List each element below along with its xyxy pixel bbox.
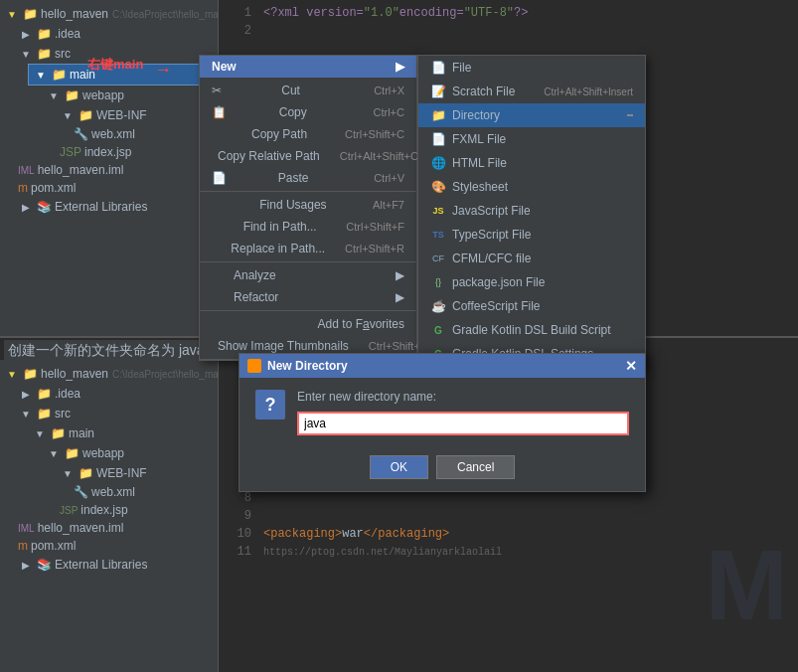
b-iml-file[interactable]: IML hello_maven.iml	[14, 519, 218, 537]
copypath-shortcut: Ctrl+Shift+C	[345, 128, 404, 140]
dialog-question-icon: ?	[255, 390, 285, 420]
b-pom-file[interactable]: m pom.xml	[14, 537, 218, 555]
submenu-gradle-build[interactable]: G Gradle Kotlin DSL Build Script	[418, 318, 645, 342]
submenu-packagejson-label: package.json File	[452, 275, 545, 289]
iml-label: hello_maven.iml	[38, 163, 124, 177]
submenu-fxml[interactable]: 📄 FXML File	[418, 127, 645, 151]
submenu-ts[interactable]: TS TypeScript File	[418, 223, 645, 247]
b-external-libs[interactable]: ▶ 📚 External Libraries	[14, 555, 218, 575]
submenu-scratch-label: Scratch File	[452, 84, 515, 98]
copy-label: Copy	[279, 105, 307, 119]
menu-find-path[interactable]: Find in Path... Ctrl+Shift+F	[200, 216, 416, 238]
menu-new-header[interactable]: New ▶	[200, 56, 416, 78]
copypath-label: Copy Path	[251, 127, 307, 141]
iml-file[interactable]: IML hello_maven.iml	[14, 161, 218, 179]
cut-label: Cut	[281, 84, 300, 97]
b-idea-folder[interactable]: ▶ 📁 .idea	[14, 384, 218, 404]
line-num-1: 1	[227, 4, 251, 22]
webapp-folder[interactable]: ▼ 📁 webapp	[42, 85, 218, 105]
b-indexjsp-file[interactable]: JSP index.jsp	[56, 501, 218, 519]
dialog-cancel-button[interactable]: Cancel	[436, 455, 515, 479]
fxml-icon: 📄	[430, 131, 446, 147]
b-line-num-9: 9	[227, 507, 251, 525]
annotation-arrow: →	[154, 60, 172, 81]
copyrelpath-label: Copy Relative Path	[218, 149, 320, 163]
menu-copy[interactable]: 📋 Copy Ctrl+C	[200, 101, 416, 123]
submenu-coffeescript-label: CoffeeScript File	[452, 299, 540, 313]
menu-find-usages[interactable]: Find Usages Alt+F7	[200, 194, 416, 216]
submenu-html[interactable]: 🌐 HTML File	[418, 151, 645, 175]
submenu-coffeescript[interactable]: ☕ CoffeeScript File	[418, 294, 645, 318]
dialog-title-area: New Directory	[247, 359, 348, 373]
idea-label: .idea	[55, 27, 80, 41]
submenu-file[interactable]: 📄 File	[418, 56, 645, 80]
b-webxml-label: web.xml	[91, 485, 135, 499]
submenu-css[interactable]: 🎨 Stylesheet	[418, 175, 645, 199]
b-webapp-folder-icon: 📁	[65, 446, 80, 460]
b-line-num-10: 10	[227, 525, 251, 543]
b-extlib-icon: 📚	[37, 558, 52, 572]
submenu-gradle-build-label: Gradle Kotlin DSL Build Script	[452, 323, 611, 337]
project-root[interactable]: ▼ 📁 hello_maven C:\IdeaProject\hello_mav…	[0, 4, 218, 24]
menu-new-arrow: ▶	[396, 60, 404, 74]
b-project-root[interactable]: ▼ 📁 hello_maven C:\IdeaProject\hello_mav…	[0, 364, 218, 384]
css-icon: 🎨	[430, 179, 446, 195]
menu-add-favs[interactable]: Add to Favorites	[200, 313, 416, 335]
copy-shortcut: Ctrl+C	[374, 106, 404, 118]
b-src-folder[interactable]: ▼ 📁 src	[14, 404, 218, 423]
menu-copy-path[interactable]: Copy Path Ctrl+Shift+C	[200, 123, 416, 145]
b-main-folder[interactable]: ▼ 📁 main	[28, 423, 218, 443]
b-packaging-close: </packaging>	[364, 525, 449, 543]
submenu-css-label: Stylesheet	[452, 180, 508, 194]
external-libs[interactable]: ▶ 📚 External Libraries	[14, 197, 218, 217]
b-webapp-folder[interactable]: ▼ 📁 webapp	[42, 443, 218, 463]
pom-icon: m	[18, 181, 28, 195]
idea-folder[interactable]: ▶ 📁 .idea	[14, 24, 218, 44]
xml-close: ?>	[514, 4, 528, 22]
dialog-directory-input[interactable]	[297, 412, 629, 435]
analyze-label: Analyze	[234, 268, 276, 282]
dialog-close-button[interactable]: ✕	[625, 358, 637, 374]
refactor-label: Refactor	[234, 290, 278, 304]
project-folder-icon: ▼	[4, 6, 20, 22]
webinf-folder[interactable]: ▼ 📁 WEB-INF	[56, 105, 218, 125]
webinf-arrow: ▼	[60, 107, 76, 123]
b-main-arrow: ▼	[32, 425, 48, 441]
indexjsp-file[interactable]: JSP index.jsp	[56, 143, 218, 161]
submenu-scratch-shortcut: Ctrl+Alt+Shift+Insert	[544, 86, 633, 97]
menu-copy-rel-path[interactable]: Copy Relative Path Ctrl+Alt+Shift+C	[200, 145, 416, 167]
b-webinf-folder[interactable]: ▼ 📁 WEB-INF	[56, 463, 218, 483]
submenu-js[interactable]: JS JavaScript File	[418, 199, 645, 223]
submenu-scratch[interactable]: 📝 Scratch File Ctrl+Alt+Shift+Insert	[418, 80, 645, 103]
menu-refactor[interactable]: Refactor ▶	[200, 286, 416, 308]
bottom-label: 创建一个新的文件夹命名为 java	[4, 340, 209, 362]
submenu-cfml[interactable]: CF CFML/CFC file	[418, 247, 645, 270]
ts-icon: TS	[430, 227, 446, 243]
line-num-2: 2	[227, 22, 251, 40]
dialog-ok-button[interactable]: OK	[370, 455, 428, 479]
b-webxml-file[interactable]: 🔧 web.xml	[70, 483, 218, 501]
replacepath-shortcut: Ctrl+Shift+R	[345, 243, 404, 254]
menu-section-3: Analyze ▶ Refactor ▶	[200, 262, 416, 311]
idea-folder-icon: 📁	[37, 27, 52, 41]
menu-paste[interactable]: 📄 Paste Ctrl+V	[200, 167, 416, 189]
dialog-intellij-icon	[247, 359, 261, 373]
submenu-directory[interactable]: 📁 Directory	[418, 103, 645, 127]
b-extlib-label: External Libraries	[55, 558, 147, 572]
menu-cut[interactable]: ✂ Cut Ctrl+X	[200, 80, 416, 101]
b-packaging-tag: <packaging>	[263, 525, 342, 543]
submenu-packagejson[interactable]: {} package.json File	[418, 270, 645, 294]
webxml-icon: 🔧	[74, 127, 88, 141]
dialog-label: Enter new directory name:	[297, 390, 629, 404]
main-folder-icon: 📁	[52, 68, 67, 82]
submenu-ts-label: TypeScript File	[452, 228, 531, 242]
webxml-file[interactable]: 🔧 web.xml	[70, 125, 218, 143]
submenu-fxml-label: FXML File	[452, 132, 506, 146]
b-webinf-label: WEB-INF	[96, 466, 147, 480]
findpath-shortcut: Ctrl+Shift+F	[346, 221, 404, 233]
pom-file[interactable]: m pom.xml	[14, 179, 218, 197]
bottom-file-tree: ▼ 📁 hello_maven C:\IdeaProject\hello_mav…	[0, 360, 219, 672]
menu-analyze[interactable]: Analyze ▶	[200, 264, 416, 286]
b-idea-folder-icon: 📁	[37, 387, 52, 401]
menu-replace-path[interactable]: Replace in Path... Ctrl+Shift+R	[200, 238, 416, 259]
